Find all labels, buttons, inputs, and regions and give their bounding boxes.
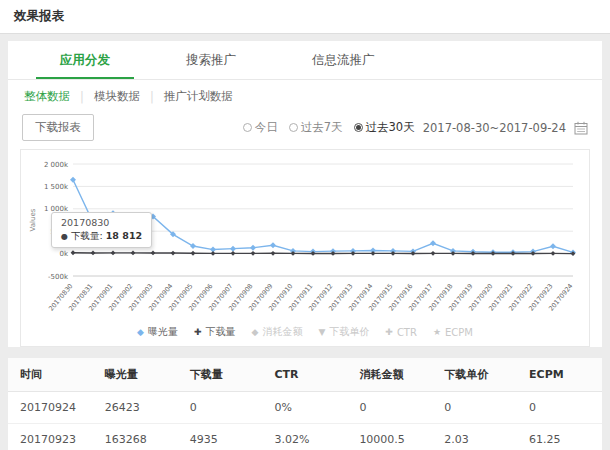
page-title: 效果报表 (14, 8, 64, 25)
table-cell: 10000.5 (347, 424, 432, 450)
series-dot-icon: ● (61, 232, 68, 241)
radio-icon (289, 123, 298, 132)
tab-feed-promotion[interactable]: 信息流推广 (288, 41, 399, 79)
period-today[interactable]: 今日 (243, 120, 278, 135)
svg-text:-500k: -500k (48, 273, 69, 281)
period-label: 过去30天 (366, 120, 415, 135)
table-cell: 20170924 (8, 392, 93, 424)
subtab-separator: | (150, 90, 154, 104)
download-report-button[interactable]: 下载报表 (22, 114, 94, 141)
legend-ctr[interactable]: ✚CTR (385, 325, 417, 339)
chart-legend: ◆曝光量✚下载量◆消耗金额▼下载单价✚CTR★ECPM (25, 322, 585, 344)
table-cell: 0 (347, 392, 432, 424)
subtab-plan-data[interactable]: 推广计划数据 (164, 89, 233, 104)
legend-label: 下载量 (205, 325, 235, 339)
chart-tooltip: 20170830 ● 下载量: 18 812 (51, 212, 152, 248)
column-header: 曝光量 (93, 358, 178, 392)
period-label: 今日 (255, 120, 278, 135)
legend-marker-icon: ◆ (251, 327, 258, 337)
legend-ecpm[interactable]: ★ECPM (433, 325, 473, 339)
legend-label: 曝光量 (148, 325, 178, 339)
period-radio-group: 今日过去7天过去30天 (243, 120, 415, 135)
date-controls: 今日过去7天过去30天 2017-08-30~2017-09-24 (243, 120, 588, 135)
table-row: 2017092316326849353.02%10000.52.0361.25 (8, 424, 602, 450)
legend-label: 下载单价 (329, 325, 369, 339)
column-header: 时间 (8, 358, 93, 392)
subtab-separator: | (80, 90, 84, 104)
legend-marker-icon: ◆ (137, 327, 144, 337)
subtab-overall-data[interactable]: 整体数据 (24, 89, 70, 104)
table-cell: 3.02% (263, 424, 348, 450)
table-cell: 26423 (93, 392, 178, 424)
column-header: ECPM (517, 358, 602, 392)
legend-marker-icon: ▼ (318, 327, 325, 337)
date-range[interactable]: 2017-08-30~2017-09-24 (423, 121, 566, 135)
table-cell: 0 (178, 392, 263, 424)
table-cell: 0% (263, 392, 348, 424)
legend-label: CTR (397, 327, 417, 338)
table-row: 201709242642300%000 (8, 392, 602, 424)
calendar-icon[interactable] (574, 121, 588, 135)
svg-text:Values: Values (29, 208, 37, 231)
svg-text:1 500k: 1 500k (44, 183, 69, 191)
radio-icon (354, 123, 363, 132)
tab-bar: 应用分发搜索推广信息流推广 (8, 41, 602, 80)
tooltip-value: ● 下载量: 18 812 (61, 230, 142, 243)
table-cell: 2.03 (432, 424, 517, 450)
report-card: 应用分发搜索推广信息流推广 整体数据|模块数据|推广计划数据 下载报表 今日过去… (8, 41, 602, 347)
legend-unit-price[interactable]: ▼下载单价 (318, 325, 369, 339)
topbar: 效果报表 (0, 0, 610, 34)
legend-downloads[interactable]: ✚下载量 (194, 325, 236, 339)
legend-cost[interactable]: ◆消耗金额 (251, 325, 302, 339)
legend-exposure[interactable]: ◆曝光量 (137, 325, 178, 339)
period-past30days[interactable]: 过去30天 (354, 120, 415, 135)
period-past7days[interactable]: 过去7天 (289, 120, 343, 135)
toolbar: 下载报表 今日过去7天过去30天 2017-08-30~2017-09-24 (8, 110, 602, 147)
legend-marker-icon: ★ (433, 327, 441, 337)
table-header-row: 时间曝光量下载量CTR消耗金额下载单价ECPM (8, 358, 602, 392)
radio-icon (243, 123, 252, 132)
column-header: 消耗金额 (347, 358, 432, 392)
period-label: 过去7天 (301, 120, 343, 135)
table-cell: 4935 (178, 424, 263, 450)
column-header: 下载量 (178, 358, 263, 392)
legend-marker-icon: ✚ (194, 327, 202, 337)
column-header: 下载单价 (432, 358, 517, 392)
table-cell: 0 (432, 392, 517, 424)
column-header: CTR (263, 358, 348, 392)
subtab-bar: 整体数据|模块数据|推广计划数据 (8, 80, 602, 110)
legend-label: 消耗金额 (262, 325, 302, 339)
subtab-module-data[interactable]: 模块数据 (94, 89, 140, 104)
legend-marker-icon: ✚ (385, 327, 393, 337)
svg-text:0k: 0k (59, 250, 68, 258)
table-cell: 0 (517, 392, 602, 424)
svg-text:2 000k: 2 000k (44, 161, 69, 169)
table-cell: 163268 (93, 424, 178, 450)
tab-search-promotion[interactable]: 搜索推广 (162, 41, 260, 79)
legend-label: ECPM (445, 327, 473, 338)
chart-panel: 2 000k1 500k1 000k500k0k-500k20170830201… (20, 149, 590, 347)
tab-app-distribution[interactable]: 应用分发 (36, 41, 134, 79)
data-table-card: 时间曝光量下载量CTR消耗金额下载单价ECPM 201709242642300%… (8, 358, 602, 450)
table-cell: 20170923 (8, 424, 93, 450)
tooltip-date: 20170830 (61, 217, 142, 228)
data-table: 时间曝光量下载量CTR消耗金额下载单价ECPM 201709242642300%… (8, 358, 602, 450)
table-cell: 61.25 (517, 424, 602, 450)
